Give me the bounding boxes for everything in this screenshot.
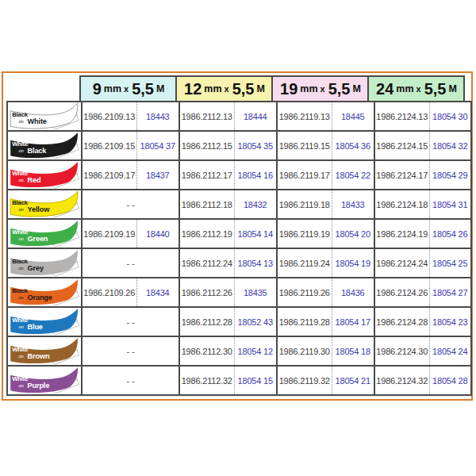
catalog-number-cell: 1986.2119.17 (277, 160, 332, 190)
not-available-cell: - - (82, 190, 179, 219)
order-id-cell: 18433 (332, 190, 374, 219)
order-id-cell: 18054 18 (332, 336, 374, 366)
tape-on-label: on (18, 383, 23, 388)
tape-on-label: on (18, 324, 23, 329)
order-id-cell: 18432 (234, 190, 277, 219)
size-header-text: 5,5 (232, 80, 255, 98)
order-id-cell: 18052 43 (234, 307, 277, 336)
order-id-cell: 18054 32 (429, 131, 471, 160)
order-id-cell: 18054 29 (429, 160, 471, 190)
table-row: WhiteonBlack1986.2109.1518054 371986.211… (7, 131, 471, 160)
tape-color-bottom-label: Brown (28, 352, 50, 360)
not-available-cell: - - (82, 336, 179, 366)
catalog-number-cell: 1986.2112.13 (179, 102, 234, 131)
tape-swatch-cell: BlackonGrey (7, 248, 82, 278)
tape-color-bottom-label: Yellow (28, 205, 51, 213)
order-id-cell: 18445 (332, 102, 374, 131)
size-header-text: x (416, 84, 421, 94)
tape-on-label: on (18, 295, 23, 300)
order-id-cell: 18054 17 (332, 307, 374, 336)
tape-color-bottom-label: Green (28, 235, 48, 243)
order-id-cell: 18054 13 (234, 248, 277, 278)
size-header-text: 12 (184, 80, 202, 98)
catalog-number-cell: 1986.2124.32 (374, 366, 429, 395)
catalog-number-cell: 1986.2112.28 (179, 307, 234, 336)
order-id-cell: 18054 24 (429, 336, 471, 366)
catalog-number-cell: 1986.2109.19 (82, 219, 136, 248)
order-id-cell: 18054 15 (234, 366, 277, 395)
table-row: WhiteonPurple- -1986.2112.3218054 151986… (7, 366, 471, 395)
size-header-text: mm (300, 83, 317, 94)
tape-color-top-label: Black (12, 258, 29, 265)
catalog-number-cell: 1986.2124.17 (374, 160, 429, 190)
size-header-text: 19 (280, 80, 298, 98)
catalog-number-cell: 1986.2124.15 (374, 131, 429, 160)
not-available-cell: - - (82, 307, 179, 336)
catalog-number-cell: 1986.2112.19 (179, 219, 234, 248)
catalog-number-cell: 1986.2109.15 (82, 131, 136, 160)
catalog-number-cell: 1986.2124.30 (374, 336, 429, 366)
size-header-text: mm (104, 83, 121, 94)
size-header-text: 5,5 (328, 80, 351, 98)
tape-icon-white-on-green: WhiteonGreen (9, 220, 80, 248)
catalog-number-cell: 1986.2112.32 (179, 366, 234, 395)
catalog-number-cell: 1986.2109.17 (82, 160, 136, 190)
order-id-cell: 18054 27 (429, 278, 471, 307)
tape-icon-white-on-red: WhiteonRed (9, 161, 80, 189)
tape-color-top-label: White (12, 317, 29, 324)
order-id-cell: 18054 37 (136, 131, 179, 160)
tape-on-label: on (18, 354, 23, 359)
catalog-number-cell: 1986.2119.15 (277, 131, 332, 160)
catalog-number-cell: 1986.2112.30 (179, 336, 234, 366)
size-header-text: 24 (376, 80, 393, 98)
tape-icon-white-on-brown: WhiteonBrown (9, 337, 80, 365)
table-row: WhiteonBlue- -1986.2112.2818052 431986.2… (7, 307, 471, 336)
order-id-cell: 18054 30 (429, 102, 471, 131)
size-header-19mm: 19mmx5,5M (271, 75, 369, 102)
tape-on-label: on (18, 266, 23, 271)
tape-swatch-cell: WhiteonBlue (7, 307, 82, 336)
tape-color-bottom-label: Grey (28, 264, 44, 272)
tape-color-top-label: White (12, 375, 29, 382)
tape-table: BlackonWhite1986.2109.13184431986.2112.1… (6, 101, 472, 396)
tape-color-bottom-label: Orange (28, 294, 52, 301)
catalog-number-cell: 1986.2112.26 (179, 278, 234, 307)
size-header-text: x (124, 84, 129, 94)
tape-swatch-cell: WhiteonBlack (7, 131, 82, 160)
order-id-cell: 18054 36 (332, 131, 374, 160)
not-available-cell: - - (82, 248, 179, 278)
order-id-cell: 18437 (136, 160, 179, 190)
order-id-cell: 18054 31 (429, 190, 471, 219)
order-id-cell: 18054 20 (332, 219, 374, 248)
catalog-number-cell: 1986.2119.30 (277, 336, 332, 366)
tape-swatch-cell: WhiteonPurple (7, 366, 82, 395)
tape-swatch-cell: WhiteonBrown (7, 336, 82, 366)
order-id-cell: 18054 19 (332, 248, 374, 278)
tape-color-bottom-label: Red (28, 176, 41, 184)
order-id-cell: 18444 (234, 102, 277, 131)
tape-color-bottom-label: Black (28, 147, 48, 155)
not-available-cell: - - (82, 366, 179, 395)
catalog-number-cell: 1986.2119.28 (277, 307, 332, 336)
tape-swatch-cell: WhiteonGreen (7, 219, 82, 248)
tape-icon-white-on-purple: WhiteonPurple (9, 367, 80, 394)
size-header-row: 9mmx5,5M12mmx5,5M19mmx5,5M24mmx5,5M (79, 75, 465, 102)
order-id-cell: 18054 16 (234, 160, 277, 190)
tape-table-body: BlackonWhite1986.2109.13184431986.2112.1… (7, 102, 471, 395)
catalog-number-cell: 1986.2124.19 (374, 219, 429, 248)
catalog-number-cell: 1986.2124.13 (374, 102, 429, 131)
tape-icon-white-on-black: WhiteonBlack (9, 132, 80, 159)
catalog-number-cell: 1986.2119.18 (277, 190, 332, 219)
tape-icon-black-on-orange: BlackonOrange (9, 278, 80, 306)
order-id-cell: 18435 (234, 278, 277, 307)
tape-swatch-cell: BlackonYellow (7, 190, 82, 219)
order-id-cell: 18054 23 (429, 307, 471, 336)
tape-icon-black-on-grey: BlackonGrey (9, 249, 80, 277)
catalog-number-cell: 1986.2119.19 (277, 219, 332, 248)
tape-color-top-label: White (12, 170, 29, 177)
order-id-cell: 18434 (136, 278, 179, 307)
table-row: WhiteonGreen1986.2109.19184401986.2112.1… (7, 219, 471, 248)
tape-color-top-label: Black (12, 199, 29, 206)
table-row: BlackonYellow- -1986.2112.18184321986.21… (7, 190, 471, 219)
tape-on-label: on (18, 207, 23, 212)
